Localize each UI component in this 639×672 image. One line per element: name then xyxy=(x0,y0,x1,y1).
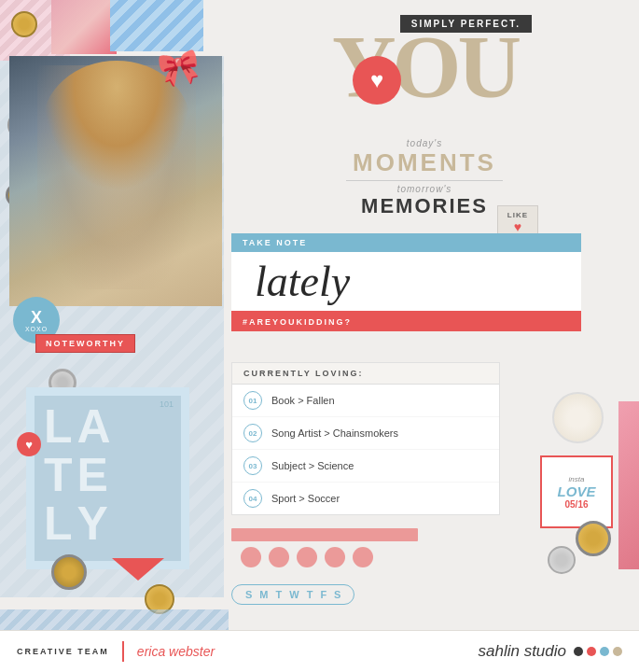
insta-date: 05/16 xyxy=(564,499,588,510)
insta-love-badge: insta LOVE 05/16 xyxy=(540,455,613,528)
photo-area xyxy=(9,56,222,306)
bottom-bar: CREATIVE TEAM erica webster sahlin studi… xyxy=(0,630,639,672)
item-text-3: Subject > Science xyxy=(271,460,354,471)
item-num-1: 01 xyxy=(243,391,262,410)
heart-on-you: ♥ xyxy=(353,56,401,105)
insta-prefix: insta xyxy=(569,475,585,483)
memories-text: MEMORIES xyxy=(326,194,522,218)
letter-L1: L xyxy=(44,403,73,450)
hashtag-bar: #AREYOUKIDDING? xyxy=(231,313,581,331)
dots-row xyxy=(241,547,373,567)
studio-dots xyxy=(574,647,622,656)
letter-T: T xyxy=(44,452,73,498)
author-name: erica webster xyxy=(137,644,215,659)
chevron-paper-top xyxy=(110,0,203,51)
washi-tape-bottom xyxy=(231,528,418,541)
studio-name: sahlin studio xyxy=(478,642,566,661)
item-text-2: Song Artist > Chainsmokers xyxy=(271,427,398,439)
day-s2: S xyxy=(334,589,340,600)
insta-love-text: LOVE xyxy=(558,483,596,499)
like-heart-icon: ♥ xyxy=(507,219,528,234)
arrow-down xyxy=(112,558,164,581)
flower-button-right-1 xyxy=(576,521,611,556)
item-text-4: Sport > Soccer xyxy=(271,493,340,504)
lately-script: lately xyxy=(255,258,350,305)
item-num-2: 02 xyxy=(243,424,262,442)
moments-section: today's MOMENTS tomorrow's MEMORIES xyxy=(326,138,522,218)
dot-1 xyxy=(241,547,261,567)
day-m: M xyxy=(259,589,268,600)
list-item-1: 01 Book > Fallen xyxy=(232,385,499,417)
item-text-1: Book > Fallen xyxy=(271,395,335,406)
days-row: S M T W T F S xyxy=(231,584,354,605)
day-f: F xyxy=(320,589,326,600)
dot-3 xyxy=(297,547,317,567)
todays-label: today's xyxy=(326,138,522,148)
currently-loving-section: CURRENTLY LOVING: 01 Book > Fallen 02 So… xyxy=(231,362,500,515)
list-item-3: 03 Subject > Science xyxy=(232,450,499,483)
take-note-section: TAKE NOTE lately #AREYOUKIDDING? xyxy=(231,233,581,331)
dot-red xyxy=(587,647,596,656)
letter-Y: Y xyxy=(77,500,108,547)
flower-button-1 xyxy=(11,11,37,37)
list-item-2: 02 Song Artist > Chainsmokers xyxy=(232,417,499,450)
noteworthy-stamp: NOTEWORTHY xyxy=(35,334,135,353)
creative-team-label: CREATIVE TEAM xyxy=(17,647,109,656)
dot-blue xyxy=(600,647,609,656)
divider-line xyxy=(346,180,503,181)
small-heart-left: ♥ xyxy=(17,432,41,456)
lately-big-block: 101 L A T E L Y xyxy=(26,387,189,569)
letter-E: E xyxy=(77,452,108,498)
xoxo-text: XOXO xyxy=(25,326,48,332)
letter-L2: L xyxy=(44,500,73,547)
item-num-4: 04 xyxy=(243,489,262,508)
dot-dark xyxy=(574,647,583,656)
tomorrows-label: tomorrow's xyxy=(326,184,522,194)
dot-2 xyxy=(269,547,289,567)
letter-A: A xyxy=(77,403,111,450)
flower-bottom-1 xyxy=(51,554,87,590)
lately-script-container: lately xyxy=(231,252,581,313)
scrapbook-page: 🎀 SIMPLY PERFECT. YOU ♥ today's MOMENTS … xyxy=(0,0,639,672)
bottom-divider xyxy=(122,641,124,662)
ribbon-bow: 🎀 xyxy=(156,45,204,91)
list-item-4: 04 Sport > Soccer xyxy=(232,483,499,514)
right-floral-strip xyxy=(618,401,639,569)
dot-tan xyxy=(613,647,622,656)
x-letter: X xyxy=(31,309,42,326)
day-t2: T xyxy=(307,589,313,600)
floral-paper-1 xyxy=(51,0,117,54)
currently-header: CURRENTLY LOVING: xyxy=(232,363,499,385)
studio-section: sahlin studio xyxy=(478,642,622,661)
gear-right xyxy=(548,546,576,574)
moments-text: MOMENTS xyxy=(326,148,522,177)
dot-4 xyxy=(325,547,345,567)
day-s1: S xyxy=(245,589,252,600)
like-label: LIKE xyxy=(507,211,528,219)
day-w: W xyxy=(289,589,299,600)
lately-letters-grid: L A T E L Y xyxy=(44,403,176,547)
big-flower-right xyxy=(552,392,604,443)
dot-5 xyxy=(353,547,373,567)
take-note-label: TAKE NOTE xyxy=(231,233,581,252)
item-num-3: 03 xyxy=(243,456,262,475)
day-t1: T xyxy=(276,589,283,600)
